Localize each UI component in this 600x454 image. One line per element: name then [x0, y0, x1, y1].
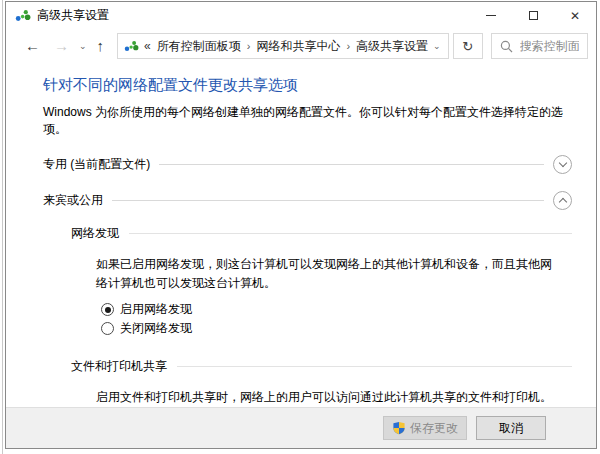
network-discovery-title: 网络发现 — [71, 225, 119, 242]
breadcrumb-item-control-panel[interactable]: 所有控制面板项 — [155, 38, 243, 55]
section-guest: 来宾或公用 — [43, 191, 572, 210]
advanced-sharing-settings-window: 高级共享设置 ✕ ← → ⌄ ↑ « 所有控制面板项 › 网络和共享中心 › 高… — [5, 1, 597, 449]
refresh-icon: ↻ — [462, 39, 473, 54]
section-private-label: 专用 (当前配置文件) — [43, 156, 150, 173]
breadcrumb-separator-icon: › — [342, 40, 354, 52]
breadcrumb-item-advanced-sharing[interactable]: 高级共享设置 — [354, 38, 430, 55]
uac-shield-icon — [392, 421, 406, 435]
page-title: 针对不同的网络配置文件更改共享选项 — [43, 76, 572, 95]
breadcrumb-item-network-center[interactable]: 网络和共享中心 — [254, 38, 342, 55]
divider — [129, 233, 572, 234]
maximize-button[interactable] — [512, 2, 554, 29]
radio-disable-discovery-label[interactable]: 关闭网络发现 — [120, 320, 192, 337]
settings-content: 针对不同的网络配置文件更改共享选项 Windows 为你所使用的每个网络创建单独… — [6, 63, 596, 407]
file-printer-title: 文件和打印机共享 — [71, 358, 167, 375]
section-guest-label: 来宾或公用 — [43, 192, 103, 209]
address-dropdown-icon[interactable]: ⌄ — [430, 34, 444, 58]
radio-enable-discovery-label[interactable]: 启用网络发现 — [120, 301, 192, 318]
section-private: 专用 (当前配置文件) — [43, 155, 572, 174]
divider — [159, 164, 544, 165]
footer-bar: 保存更改 取消 — [6, 407, 596, 448]
minimize-button[interactable] — [470, 2, 512, 29]
network-discovery-header: 网络发现 — [71, 225, 572, 242]
intro-text: Windows 为你所使用的每个网络创建单独的网络配置文件。你可以针对每个配置文… — [43, 104, 572, 138]
network-discovery-description: 如果已启用网络发现，则这台计算机可以发现网络上的其他计算机和设备，而且其他网络计… — [96, 255, 556, 292]
close-icon: ✕ — [570, 9, 580, 23]
back-button[interactable]: ← — [18, 34, 47, 58]
forward-button[interactable]: → — [47, 34, 76, 58]
radio-row-enable-discovery[interactable]: 启用网络发现 — [101, 301, 572, 318]
save-changes-button[interactable]: 保存更改 — [383, 416, 467, 440]
breadcrumb-overflow-chevron[interactable]: « — [144, 39, 151, 53]
breadcrumb-separator-icon: › — [243, 40, 255, 52]
chevron-up-icon — [558, 198, 566, 206]
section-guest-body: 网络发现 如果已启用网络发现，则这台计算机可以发现网络上的其他计算机和设备，而且… — [71, 225, 572, 407]
radio-disable-discovery[interactable] — [101, 322, 114, 335]
file-printer-description: 启用文件和打印机共享时，网络上的用户可以访问通过此计算机共享的文件和打印机。 — [96, 388, 556, 407]
recent-pages-dropdown[interactable]: ⌄ — [76, 34, 90, 58]
search-box[interactable] — [491, 33, 588, 59]
search-icon — [500, 40, 513, 53]
cancel-label: 取消 — [499, 420, 523, 437]
section-guest-collapse-button[interactable] — [553, 191, 572, 210]
maximize-icon — [529, 11, 538, 20]
save-changes-label: 保存更改 — [410, 420, 458, 437]
title-bar[interactable]: 高级共享设置 ✕ — [6, 2, 596, 29]
close-button[interactable]: ✕ — [554, 2, 596, 29]
radio-row-disable-discovery[interactable]: 关闭网络发现 — [101, 320, 572, 337]
file-printer-header: 文件和打印机共享 — [71, 358, 572, 375]
background-window-edge — [2, 0, 3, 454]
section-private-expand-button[interactable] — [553, 155, 572, 174]
divider — [177, 366, 572, 367]
divider — [112, 200, 544, 201]
breadcrumb-network-icon — [124, 39, 139, 54]
address-bar[interactable]: « 所有控制面板项 › 网络和共享中心 › 高级共享设置 ⌄ — [117, 33, 449, 59]
minimize-icon — [486, 15, 496, 16]
navigation-toolbar: ← → ⌄ ↑ « 所有控制面板项 › 网络和共享中心 › 高级共享设置 ⌄ ↻ — [6, 29, 596, 63]
search-input[interactable] — [520, 39, 579, 53]
network-discovery-options: 启用网络发现 关闭网络发现 — [101, 301, 572, 337]
up-button[interactable]: ↑ — [90, 34, 112, 58]
chevron-down-icon — [558, 159, 566, 167]
radio-enable-discovery[interactable] — [101, 303, 114, 316]
window-title: 高级共享设置 — [37, 7, 109, 24]
cancel-button[interactable]: 取消 — [476, 416, 546, 440]
refresh-button[interactable]: ↻ — [453, 33, 483, 59]
network-sharing-icon — [15, 8, 31, 24]
